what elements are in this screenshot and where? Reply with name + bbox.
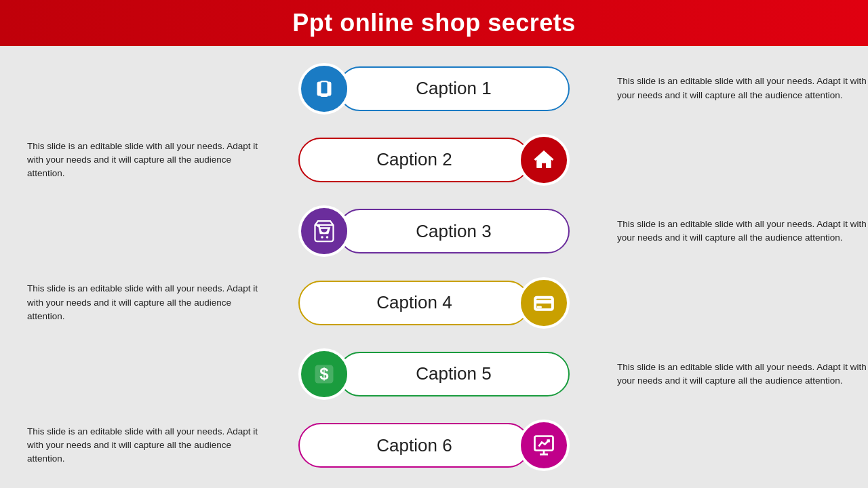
center-2: Caption 2 bbox=[264, 124, 604, 195]
chart-icon bbox=[532, 433, 556, 458]
caption-1-label: Caption 1 bbox=[416, 78, 491, 99]
svg-point-2 bbox=[323, 94, 325, 95]
svg-rect-9 bbox=[537, 306, 542, 308]
icon-circle-2 bbox=[518, 134, 570, 186]
dollar-icon: $ bbox=[312, 362, 336, 386]
icon-circle-3 bbox=[298, 205, 350, 257]
header: Ppt online shop secrets bbox=[0, 0, 868, 46]
row-2: This slide is an editable slide with all… bbox=[0, 124, 868, 195]
left-text-6: This slide is an editable slide with all… bbox=[0, 425, 264, 466]
caption-3-label: Caption 3 bbox=[416, 221, 491, 242]
right-text-1: This slide is an editable slide with all… bbox=[604, 75, 868, 102]
icon-circle-1 bbox=[298, 63, 350, 115]
caption-5-label: Caption 5 bbox=[416, 363, 491, 384]
svg-text:$: $ bbox=[319, 364, 329, 382]
left-text-2: This slide is an editable slide with all… bbox=[0, 140, 264, 181]
pill-caption2: Caption 2 bbox=[298, 134, 570, 186]
caption-2-box: Caption 2 bbox=[298, 138, 530, 182]
pill-caption3: Caption 3 bbox=[298, 205, 570, 257]
center-4: Caption 4 bbox=[264, 267, 604, 338]
caption-3-box: Caption 3 bbox=[338, 209, 570, 253]
center-5: $ Caption 5 bbox=[264, 338, 604, 409]
center-1: Caption 1 bbox=[264, 53, 604, 124]
row-4: This slide is an editable slide with all… bbox=[0, 267, 868, 338]
row-5: $ Caption 5 This slide is an editable sl… bbox=[0, 338, 868, 409]
svg-rect-11 bbox=[536, 301, 552, 304]
svg-point-5 bbox=[321, 237, 323, 239]
caption-5-box: Caption 5 bbox=[338, 352, 570, 396]
caption-6-label: Caption 6 bbox=[376, 435, 452, 456]
row-1: Caption 1 This slide is an editable slid… bbox=[0, 53, 868, 124]
row-3: Caption 3 This slide is an editable slid… bbox=[0, 196, 868, 267]
cart-icon bbox=[312, 219, 336, 243]
content-area: Caption 1 This slide is an editable slid… bbox=[0, 46, 868, 488]
caption-4-label: Caption 4 bbox=[376, 292, 452, 313]
page-title: Ppt online shop secrets bbox=[292, 9, 576, 37]
right-text-3: This slide is an editable slide with all… bbox=[604, 218, 868, 245]
caption-2-label: Caption 2 bbox=[376, 149, 452, 170]
right-text-5: This slide is an editable slide with all… bbox=[604, 361, 868, 388]
caption-1-box: Caption 1 bbox=[338, 66, 570, 111]
home-icon bbox=[532, 148, 556, 172]
icon-circle-6 bbox=[518, 420, 570, 471]
row-6: This slide is an editable slide with all… bbox=[0, 410, 868, 481]
center-6: Caption 6 bbox=[264, 410, 604, 481]
svg-marker-3 bbox=[535, 150, 553, 168]
icon-circle-4 bbox=[518, 277, 570, 329]
pill-caption6: Caption 6 bbox=[298, 420, 570, 471]
svg-point-6 bbox=[326, 237, 329, 239]
center-3: Caption 3 bbox=[264, 196, 604, 267]
svg-rect-1 bbox=[321, 82, 328, 94]
pill-caption4: Caption 4 bbox=[298, 277, 570, 329]
phone-icon bbox=[312, 77, 336, 101]
pill-caption1: Caption 1 bbox=[298, 63, 570, 115]
caption-6-box: Caption 6 bbox=[298, 423, 530, 468]
icon-circle-5: $ bbox=[298, 348, 350, 400]
card-icon bbox=[532, 291, 556, 315]
caption-4-box: Caption 4 bbox=[298, 281, 530, 325]
left-text-4: This slide is an editable slide with all… bbox=[0, 282, 264, 323]
pill-caption5: $ Caption 5 bbox=[298, 348, 570, 400]
